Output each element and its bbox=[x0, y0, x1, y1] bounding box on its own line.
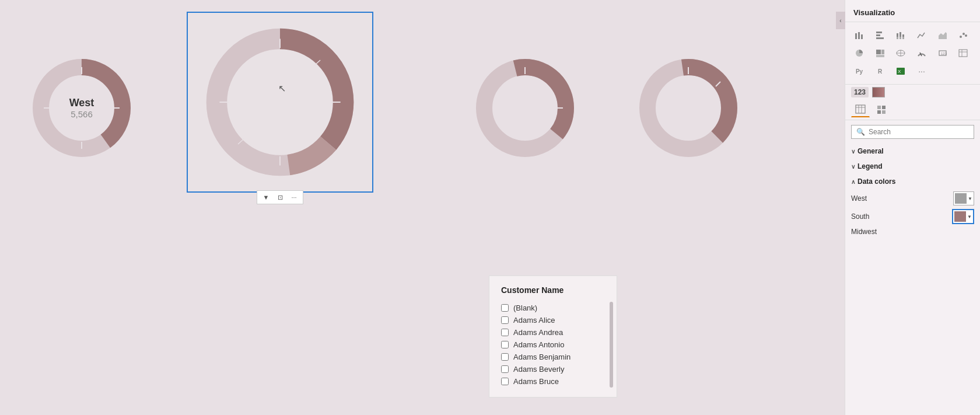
filter-checkbox-blank[interactable] bbox=[501, 304, 509, 312]
filter-items-list: (Blank) Adams Alice Adams Andrea Adams A… bbox=[501, 302, 605, 388]
field-icon-matrix[interactable] bbox=[872, 101, 891, 117]
filter-toolbar-btn[interactable]: ▼ bbox=[260, 192, 272, 203]
filter-checkbox-andrea[interactable] bbox=[501, 329, 509, 336]
panel-collapse-button[interactable]: ‹ bbox=[836, 12, 845, 29]
svg-rect-61 bbox=[882, 110, 886, 114]
viz-icon-more[interactable]: ··· bbox=[914, 63, 930, 79]
svg-rect-59 bbox=[882, 106, 886, 109]
filter-label-alice: Adams Alice bbox=[513, 316, 555, 325]
filter-label-blank: (Blank) bbox=[513, 304, 537, 312]
viz-icon-excel[interactable]: X bbox=[892, 63, 909, 79]
right-panel: ‹ Visualizatio bbox=[845, 0, 980, 415]
donut-chart-selected-container[interactable]: ↖ ▼ ⊡ ··· bbox=[187, 12, 373, 204]
search-box[interactable]: 🔍 bbox=[851, 125, 974, 139]
viz-icon-bar[interactable] bbox=[851, 27, 867, 43]
viz-icon-scatter[interactable] bbox=[955, 27, 971, 43]
more-toolbar-btn[interactable]: ··· bbox=[288, 192, 300, 203]
filter-item-andrea[interactable]: Adams Andrea bbox=[501, 326, 605, 339]
viz-icon-stacked[interactable] bbox=[892, 27, 909, 43]
svg-marker-35 bbox=[939, 32, 947, 39]
viz-icon-gauge[interactable] bbox=[914, 45, 930, 61]
svg-rect-27 bbox=[876, 34, 880, 36]
filter-label-andrea: Adams Andrea bbox=[513, 328, 563, 337]
general-section-header[interactable]: ∨ General bbox=[845, 144, 980, 159]
filter-checkbox-alice[interactable] bbox=[501, 316, 509, 324]
filter-scrollbar[interactable] bbox=[610, 302, 613, 388]
viz-icon-card[interactable]: 123 bbox=[935, 45, 951, 61]
search-input[interactable] bbox=[869, 128, 969, 136]
viz-icons-section: 123 Py R X ··· bbox=[845, 22, 980, 85]
svg-text:123: 123 bbox=[941, 52, 947, 55]
viz-icon-map[interactable] bbox=[892, 45, 909, 61]
svg-rect-25 bbox=[861, 34, 863, 39]
search-icon: 🔍 bbox=[856, 128, 865, 136]
color-picker-west[interactable]: ▼ bbox=[953, 191, 974, 205]
color-picker-south[interactable]: ▼ bbox=[952, 209, 974, 224]
field-icons-row bbox=[845, 99, 980, 120]
charts-row: West 5,566 ↖ bbox=[0, 0, 845, 216]
donut-svg-3 bbox=[467, 50, 583, 166]
region-value-west: 5,566 bbox=[69, 109, 94, 119]
panel-title: Visualizatio bbox=[845, 0, 980, 22]
viz-icon-line[interactable] bbox=[914, 27, 930, 43]
filter-checkbox-beverly[interactable] bbox=[501, 365, 509, 373]
filter-checkbox-bruce[interactable] bbox=[501, 378, 509, 385]
color-item-south: South ▼ bbox=[851, 209, 974, 224]
svg-rect-31 bbox=[900, 32, 901, 37]
donut-chart-selected[interactable]: ↖ bbox=[187, 12, 373, 193]
filter-checkbox-benjamin[interactable] bbox=[501, 353, 509, 361]
filter-checkbox-antonio[interactable] bbox=[501, 341, 509, 348]
filter-item-beverly[interactable]: Adams Beverly bbox=[501, 363, 605, 375]
color-dropdown-south: ▼ bbox=[967, 214, 972, 219]
donut-chart-west[interactable]: West 5,566 bbox=[23, 50, 140, 166]
filter-label-beverly: Adams Beverly bbox=[513, 365, 564, 374]
filter-item-alice[interactable]: Adams Alice bbox=[501, 314, 605, 326]
color-gradient-indicator[interactable] bbox=[872, 87, 885, 97]
data-colors-chevron: ∧ bbox=[851, 179, 855, 185]
svg-rect-26 bbox=[876, 32, 882, 33]
viz-icons-grid: 123 Py R X ··· bbox=[851, 27, 974, 79]
filter-label-antonio: Adams Antonio bbox=[513, 340, 564, 349]
filter-label-bruce: Adams Bruce bbox=[513, 377, 559, 386]
svg-rect-34 bbox=[902, 37, 904, 39]
focus-toolbar-btn[interactable]: ⊡ bbox=[274, 192, 286, 203]
svg-rect-24 bbox=[858, 32, 860, 39]
chart-toolbar: ▼ ⊡ ··· bbox=[257, 190, 303, 204]
filter-item-benjamin[interactable]: Adams Benjamin bbox=[501, 351, 605, 363]
svg-rect-54 bbox=[856, 105, 865, 113]
donut-chart-4[interactable] bbox=[630, 50, 747, 166]
color-swatch-south bbox=[954, 211, 966, 222]
viz-icon-pie[interactable] bbox=[851, 45, 867, 61]
svg-rect-49 bbox=[959, 50, 967, 57]
svg-rect-58 bbox=[877, 106, 881, 109]
filter-item-antonio[interactable]: Adams Antonio bbox=[501, 339, 605, 351]
donut-chart-3[interactable] bbox=[467, 50, 583, 166]
viz-icon-column[interactable] bbox=[872, 27, 888, 43]
donut-label-west: West 5,566 bbox=[69, 97, 94, 119]
general-label: General bbox=[858, 147, 884, 155]
region-name-west: West bbox=[69, 97, 94, 109]
donut-svg-4 bbox=[630, 50, 747, 166]
viz-icon-area[interactable] bbox=[935, 27, 951, 43]
color-item-midwest: Midwest bbox=[851, 228, 974, 236]
viz-icon-r[interactable]: R bbox=[872, 63, 888, 79]
legend-label: Legend bbox=[858, 162, 883, 170]
color-item-west: West ▼ bbox=[851, 191, 974, 205]
viz-icon-table[interactable] bbox=[955, 45, 971, 61]
legend-section-header[interactable]: ∨ Legend bbox=[845, 159, 980, 174]
svg-rect-29 bbox=[897, 33, 898, 37]
field-icon-table[interactable] bbox=[851, 101, 870, 117]
filter-panel-title: Customer Name bbox=[501, 285, 605, 295]
svg-rect-23 bbox=[855, 33, 857, 39]
svg-rect-30 bbox=[897, 37, 898, 39]
filter-item-blank[interactable]: (Blank) bbox=[501, 302, 605, 314]
svg-rect-42 bbox=[876, 55, 884, 57]
color-label-midwest: Midwest bbox=[851, 228, 877, 236]
viz-icon-treemap[interactable] bbox=[872, 45, 888, 61]
color-swatch-west bbox=[955, 193, 967, 204]
filter-label-benjamin: Adams Benjamin bbox=[513, 353, 570, 361]
svg-point-36 bbox=[960, 36, 962, 38]
filter-item-bruce[interactable]: Adams Bruce bbox=[501, 375, 605, 388]
data-colors-section-header[interactable]: ∧ Data colors bbox=[845, 174, 980, 189]
viz-icon-python[interactable]: Py bbox=[851, 63, 867, 79]
